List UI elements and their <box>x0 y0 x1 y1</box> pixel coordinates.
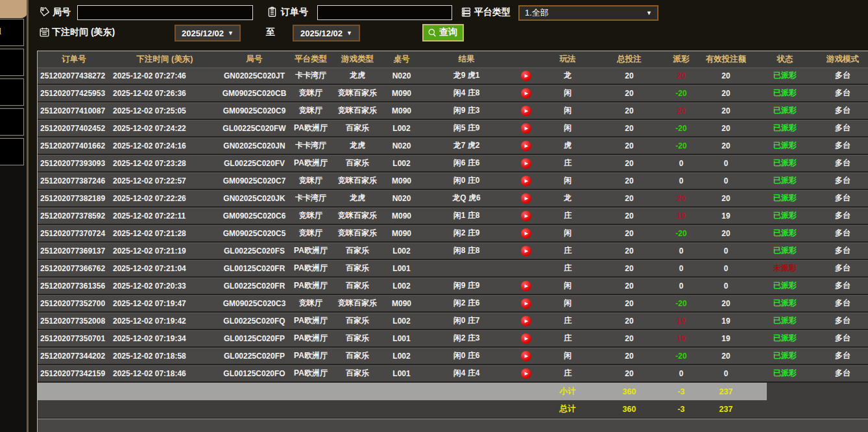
sidebar-item[interactable] <box>0 108 24 136</box>
cell-valid-bet: 20 <box>699 225 753 241</box>
cell-status: 已派彩 <box>753 330 817 346</box>
date-to-select[interactable]: 2025/12/02 ▼ <box>293 25 360 42</box>
cell-payout: 19 <box>663 330 699 346</box>
play-video-icon[interactable] <box>521 228 531 239</box>
cell-game-mode: 多台 <box>817 208 868 224</box>
sidebar-item[interactable] <box>0 78 24 106</box>
platform-type-select[interactable]: 1.全部 ▼ <box>518 5 658 21</box>
query-button-label: 查询 <box>439 27 457 38</box>
play-video-icon[interactable] <box>521 71 531 81</box>
play-video-icon[interactable] <box>521 123 531 134</box>
date-from-select[interactable]: 2025/12/02 ▼ <box>175 25 241 42</box>
order-no-input[interactable] <box>317 5 452 20</box>
sidebar-item[interactable] <box>0 138 24 165</box>
cell-round-no: GL00225C020FV <box>219 155 289 171</box>
play-video-icon[interactable] <box>521 281 531 291</box>
cell-video <box>512 67 540 84</box>
cell-platform: PA欧洲厅 <box>289 120 332 136</box>
cell-order-no: 251202077401662 <box>38 138 110 154</box>
cell-game-type: 百家乐 <box>332 260 383 276</box>
play-video-icon[interactable] <box>521 158 531 169</box>
cell-table-no: N020 <box>383 190 420 206</box>
cell-table-no: M090 <box>383 208 420 224</box>
cell-video <box>512 365 540 381</box>
cell-bet-time: 2025-12-02 07:26:36 <box>110 85 219 101</box>
cell-platform: 卡卡湾厅 <box>289 138 332 154</box>
cell-game-type: 百家乐 <box>332 278 383 294</box>
cell-game-type: 竞咪百家乐 <box>332 208 383 224</box>
cell-status: 已派彩 <box>753 225 817 241</box>
col-header-game: 游戏类型 <box>332 51 383 67</box>
cell-play-type: 庄 <box>540 260 596 276</box>
cell-payout: 19 <box>663 208 699 224</box>
cell-payout: 20 <box>663 190 699 206</box>
play-video-icon[interactable] <box>521 298 531 309</box>
round-no-input[interactable] <box>77 5 253 20</box>
sidebar-corner-decoration <box>0 0 30 18</box>
cell-total-bet: 20 <box>596 330 663 346</box>
play-video-icon[interactable] <box>521 316 531 326</box>
sidebar-item[interactable]: l <box>0 19 24 46</box>
subtotal-payout: -3 <box>663 383 699 400</box>
play-video-icon[interactable] <box>521 88 531 99</box>
cell-valid-bet: 20 <box>699 102 753 119</box>
cell-game-mode: 多台 <box>817 313 868 329</box>
cell-valid-bet: 0 <box>699 243 753 259</box>
cell-bet-time: 2025-12-02 07:24:16 <box>110 138 219 154</box>
cell-table-no: L002 <box>383 348 420 364</box>
cell-total-bet: 20 <box>596 85 663 101</box>
round-no-label: 局号 <box>53 6 71 18</box>
play-video-icon[interactable] <box>521 141 531 151</box>
cell-status: 已派彩 <box>753 365 817 381</box>
cell-bet-time: 2025-12-02 07:22:11 <box>110 208 219 224</box>
cell-result: 闲4 庄4 <box>420 365 512 381</box>
play-video-icon[interactable] <box>521 333 531 344</box>
play-video-icon[interactable] <box>521 211 531 221</box>
cell-game-mode: 多台 <box>817 348 868 364</box>
cell-payout: 0 <box>663 243 699 259</box>
play-video-icon[interactable] <box>521 176 531 186</box>
cell-total-bet: 20 <box>596 348 663 364</box>
cell-status: 已派彩 <box>753 85 817 101</box>
cell-payout: -20 <box>663 85 699 101</box>
cell-game-mode: 多台 <box>817 295 868 311</box>
cell-total-bet: 20 <box>596 313 663 329</box>
cell-order-no: 251202077378592 <box>38 208 110 224</box>
cell-round-no: GM09025C020CB <box>219 85 289 101</box>
cell-total-bet: 20 <box>596 295 663 311</box>
play-video-icon[interactable] <box>521 368 531 379</box>
query-button[interactable]: 查询 <box>422 24 464 42</box>
cell-order-no: 251202077342159 <box>38 365 110 381</box>
cell-payout: 19 <box>663 313 699 329</box>
cell-valid-bet: 20 <box>699 85 753 101</box>
cell-platform: 卡卡湾厅 <box>289 190 332 206</box>
play-video-icon[interactable] <box>521 106 531 116</box>
chevron-down-icon: ▼ <box>346 30 352 36</box>
cell-order-no: 251202077382189 <box>38 190 110 206</box>
col-header-status: 状态 <box>753 51 817 67</box>
subtotal-row: 小计 360 -3 237 <box>38 383 868 400</box>
cell-order-no: 251202077361356 <box>38 278 110 294</box>
cell-bet-time: 2025-12-02 07:27:46 <box>110 67 219 84</box>
cell-round-no: GL00225C020FW <box>219 120 289 136</box>
cell-bet-time: 2025-12-02 07:20:33 <box>110 278 219 294</box>
cell-video <box>512 102 540 119</box>
play-video-icon[interactable] <box>521 193 531 204</box>
cell-game-mode: 多台 <box>817 102 868 119</box>
cell-game-type: 竞咪百家乐 <box>332 173 383 189</box>
cell-play-type: 庄 <box>540 243 596 259</box>
cell-game-mode: 多台 <box>817 260 868 276</box>
cell-bet-time: 2025-12-02 07:22:26 <box>110 190 219 206</box>
sidebar-item[interactable] <box>0 49 24 76</box>
cell-video <box>512 208 540 224</box>
play-video-icon[interactable] <box>521 246 531 256</box>
cell-round-no: GL00125C020FR <box>219 260 289 276</box>
cell-table-no: L002 <box>383 243 420 259</box>
cell-result <box>420 260 512 276</box>
cell-status: 已派彩 <box>753 102 817 119</box>
cell-video <box>512 155 540 171</box>
cell-result: 龙7 虎2 <box>420 138 512 154</box>
play-video-icon[interactable] <box>521 351 531 361</box>
grand-total-label: 总计 <box>540 400 596 418</box>
cell-table-no: L001 <box>383 365 420 381</box>
